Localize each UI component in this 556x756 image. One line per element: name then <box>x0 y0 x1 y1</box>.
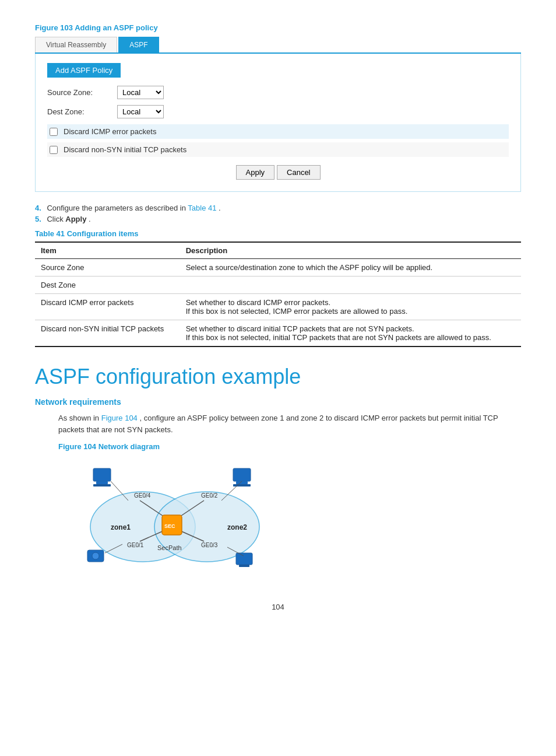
source-zone-label: Source Zone: <box>47 88 117 97</box>
dest-zone-label: Dest Zone: <box>47 107 117 116</box>
para-prefix: As shown in <box>58 414 101 422</box>
col-description: Description <box>180 242 521 259</box>
step-5-bold: Apply <box>65 215 86 223</box>
figure103-caption: Figure 103 Adding an ASPF policy <box>35 23 521 32</box>
svg-rect-10 <box>93 484 111 487</box>
discard-non-syn-row: Discard non-SYN initial TCP packets <box>47 142 509 157</box>
table41-caption: Table 41 Configuration items <box>35 229 521 238</box>
svg-rect-13 <box>233 484 251 487</box>
tab-virtual-reassembly[interactable]: Virtual Reassembly <box>35 37 117 52</box>
source-zone-select[interactable]: Local Trust Untrust DMZ <box>117 86 164 99</box>
discard-icmp-row: Discard ICMP error packets <box>47 124 509 139</box>
svg-rect-16 <box>236 553 252 565</box>
table-row: Discard ICMP error packets Set whether t… <box>35 294 521 320</box>
table-row: Discard non-SYN initial TCP packets Set … <box>35 320 521 347</box>
network-diagram-svg: zone1 zone2 SecPath SEC GE0/4 GE0/2 GE0/… <box>58 457 280 585</box>
step-4: 4. Configure the parameters as described… <box>35 204 521 212</box>
item-dest-zone-visible: Dest Zone <box>35 276 180 294</box>
step-5-num: 5. <box>35 215 41 223</box>
svg-rect-9 <box>96 481 108 484</box>
ge03-label: GE0/3 <box>201 542 218 548</box>
dest-zone-select[interactable]: Local Trust Untrust DMZ <box>117 105 164 118</box>
zone1-label: zone1 <box>111 523 131 531</box>
network-diagram: zone1 zone2 SecPath SEC GE0/4 GE0/2 GE0/… <box>58 457 280 585</box>
col-item: Item <box>35 242 180 259</box>
steps-list: 4. Configure the parameters as described… <box>35 204 521 223</box>
item-discard-icmp: Discard ICMP error packets <box>35 294 180 320</box>
tab-bar: Virtual Reassembly ASPF <box>35 37 521 54</box>
step-4-text: Configure the parameters as described in <box>47 204 188 212</box>
action-buttons: Apply Cancel <box>47 165 509 180</box>
svg-text:SEC: SEC <box>164 523 175 529</box>
page-number: 104 <box>35 603 521 611</box>
ge01-label: GE0/1 <box>127 542 144 548</box>
source-zone-row: Source Zone: Local Trust Untrust DMZ <box>47 86 509 99</box>
item-discard-non-syn: Discard non-SYN initial TCP packets <box>35 320 180 347</box>
svg-rect-17 <box>239 565 249 567</box>
section-title: ASPF configuration example <box>35 365 521 389</box>
discard-non-syn-checkbox[interactable] <box>50 146 58 154</box>
dest-zone-row: Dest Zone: Local Trust Untrust DMZ <box>47 105 509 118</box>
step-5-text: Click <box>47 215 65 223</box>
item-source-zone: Source Zone <box>35 259 180 276</box>
config-table: Item Description Source Zone Select a so… <box>35 242 521 347</box>
table41-link[interactable]: Table 41 <box>188 204 216 212</box>
discard-icmp-label: Discard ICMP error packets <box>64 127 156 136</box>
aspf-panel: Add ASPF Policy Source Zone: Local Trust… <box>35 54 521 192</box>
table-row: Dest Zone <box>35 276 521 294</box>
step-4-after: . <box>219 204 221 212</box>
secpath-label: SecPath <box>157 544 182 551</box>
desc-dest-zone <box>180 276 521 294</box>
zone2-label: zone2 <box>227 523 247 531</box>
desc-discard-icmp: Set whether to discard ICMP error packet… <box>180 294 521 320</box>
svg-rect-11 <box>233 468 251 481</box>
svg-point-15 <box>92 552 99 559</box>
desc-discard-non-syn: Set whether to discard initial TCP packe… <box>180 320 521 347</box>
figure104-link[interactable]: Figure 104 <box>101 414 138 422</box>
apply-button[interactable]: Apply <box>236 165 275 180</box>
subsection-network-requirements: Network requirements <box>35 397 521 407</box>
svg-rect-8 <box>93 468 111 481</box>
ge02-label: GE0/2 <box>201 492 218 499</box>
ge04-label: GE0/4 <box>134 492 151 499</box>
tab-aspf[interactable]: ASPF <box>118 37 159 52</box>
desc-source-zone: Select a source/destination zone to whic… <box>180 259 521 276</box>
cancel-button[interactable]: Cancel <box>277 165 320 180</box>
discard-non-syn-label: Discard non-SYN initial TCP packets <box>64 145 186 154</box>
svg-rect-12 <box>236 481 248 484</box>
step-5: 5. Click Apply . <box>35 215 521 223</box>
discard-icmp-checkbox[interactable] <box>50 128 58 136</box>
network-requirements-paragraph: As shown in Figure 104 , configure an AS… <box>35 412 521 435</box>
add-aspf-policy-button[interactable]: Add ASPF Policy <box>47 63 121 78</box>
step-5-after: . <box>89 215 91 223</box>
step-4-num: 4. <box>35 204 41 212</box>
figure104-caption: Figure 104 Network diagram <box>35 442 521 451</box>
